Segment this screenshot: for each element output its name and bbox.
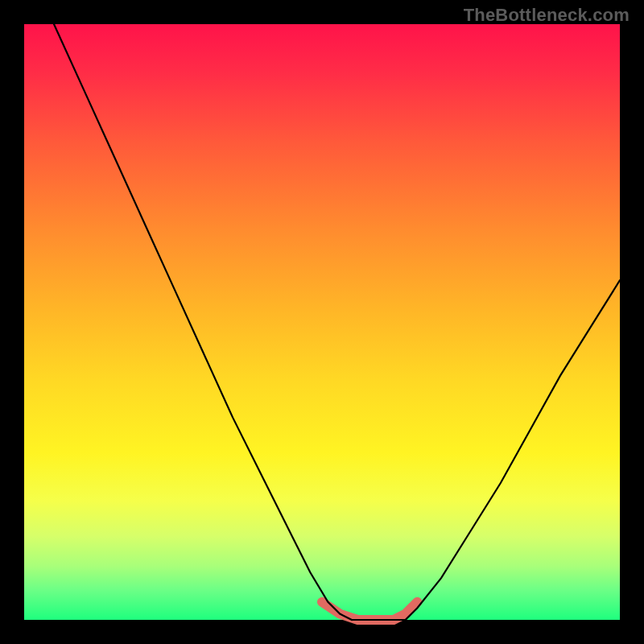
- curve-left-branch: [54, 24, 352, 620]
- watermark-text: TheBottleneck.com: [464, 5, 630, 26]
- curve-layer: [24, 24, 620, 620]
- chart-stage: TheBottleneck.com: [0, 0, 644, 644]
- plot-area: [24, 24, 620, 620]
- curve-right-branch: [406, 280, 620, 620]
